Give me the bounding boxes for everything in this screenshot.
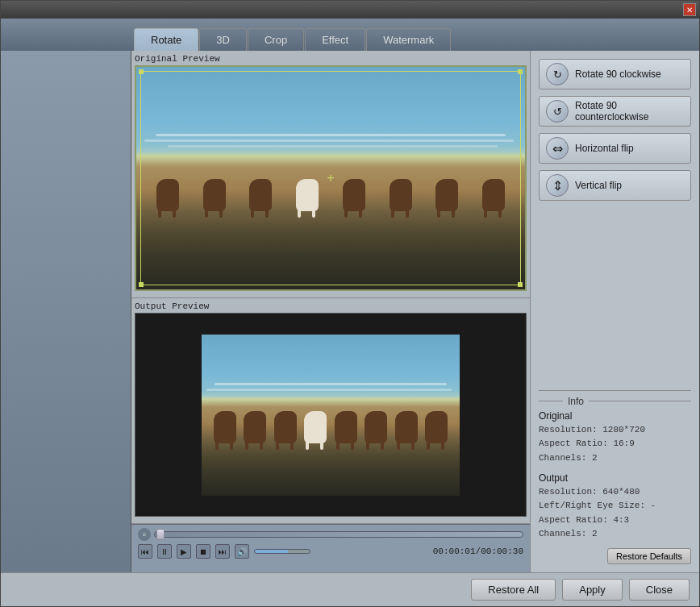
rotate-cw-button[interactable]: ↻ Rotate 90 clockwise bbox=[539, 59, 691, 89]
info-line-right bbox=[589, 401, 691, 401]
original-info-title: Original bbox=[539, 410, 691, 422]
crop-overlay: + bbox=[140, 71, 521, 285]
seek-icon: ≡ bbox=[138, 528, 151, 541]
original-info-group: Original Resolution: 1280*720 Aspect Rat… bbox=[539, 410, 691, 466]
time-total: 00:00:30 bbox=[481, 547, 523, 556]
info-title: Info bbox=[568, 396, 584, 407]
output-channels: Channels: 2 bbox=[539, 527, 691, 542]
crop-corner-br bbox=[518, 282, 523, 287]
skip-back-button[interactable]: ⏮ bbox=[138, 544, 152, 559]
out-horse-white bbox=[304, 411, 327, 443]
flip-v-button[interactable]: ⇕ Vertical flip bbox=[539, 170, 691, 201]
skip-forward-button[interactable]: ⏭ bbox=[215, 544, 230, 559]
out-horse-7 bbox=[425, 411, 448, 443]
output-info-title: Output bbox=[539, 472, 691, 484]
crop-corner-bl bbox=[139, 282, 144, 287]
info-line-left bbox=[539, 401, 563, 401]
info-section: Info Original Resolution: 1280*720 Aspec… bbox=[539, 390, 691, 564]
rotate-cw-icon: ↻ bbox=[546, 63, 569, 85]
main-content: Original Preview bbox=[1, 51, 699, 572]
center-panel: Original Preview bbox=[131, 51, 530, 572]
play-button[interactable]: ▶ bbox=[177, 544, 191, 559]
rotate-ccw-button[interactable]: ↺ Rotate 90 counterclockwise bbox=[539, 96, 691, 127]
out-horse-6 bbox=[395, 411, 418, 443]
tab-rotate[interactable]: Rotate bbox=[134, 28, 198, 51]
seek-bar[interactable] bbox=[154, 531, 523, 538]
flip-h-button[interactable]: ⇔ Horizontal flip bbox=[539, 133, 691, 164]
flip-h-icon: ⇔ bbox=[546, 137, 569, 160]
original-aspect: Aspect Ratio: 16:9 bbox=[539, 437, 691, 451]
original-preview-frame: + bbox=[135, 65, 527, 291]
tab-crop[interactable]: Crop bbox=[248, 28, 304, 51]
flip-v-label: Vertical flip bbox=[575, 180, 622, 191]
output-info-group: Output Resolution: 640*480 Left/Right Ey… bbox=[539, 472, 691, 542]
apply-button[interactable]: Apply bbox=[562, 579, 623, 601]
info-header: Info bbox=[539, 396, 691, 407]
flip-v-icon: ⇕ bbox=[546, 174, 569, 197]
title-bar: ✕ bbox=[1, 1, 699, 19]
video-controls: ≡ ⏮ ⏸ ▶ ⏹ ⏭ 🔊 00:00:01/00:00:30 bbox=[131, 524, 530, 572]
pause-button[interactable]: ⏸ bbox=[157, 544, 172, 559]
output-eye-size: Left/Right Eye Size: - bbox=[539, 499, 691, 513]
close-window-button[interactable]: ✕ bbox=[683, 3, 696, 16]
restore-defaults-container: Restore Defaults bbox=[539, 548, 691, 564]
volume-button[interactable]: 🔊 bbox=[235, 544, 249, 559]
out-horse-5 bbox=[365, 411, 387, 443]
output-preview-section: Output Preview bbox=[131, 298, 530, 524]
crop-corner-tr bbox=[518, 69, 523, 74]
output-video-area bbox=[202, 335, 460, 496]
right-panel: ↻ Rotate 90 clockwise ↺ Rotate 90 counte… bbox=[530, 51, 699, 572]
out-horse-1 bbox=[214, 411, 236, 443]
tab-bar: Rotate 3D Crop Effect Watermark bbox=[1, 19, 699, 51]
controls-row: ⏮ ⏸ ▶ ⏹ ⏭ 🔊 00:00:01/00:00:30 bbox=[138, 544, 523, 559]
original-preview-label: Original Preview bbox=[135, 54, 527, 64]
time-current: 00:00:01 bbox=[433, 547, 476, 556]
tab-3d[interactable]: 3D bbox=[199, 28, 247, 51]
sidebar bbox=[1, 51, 131, 572]
out-horse-3 bbox=[274, 411, 297, 443]
seek-bar-container: ≡ bbox=[138, 528, 523, 541]
rotate-ccw-icon: ↺ bbox=[546, 100, 569, 123]
rotate-cw-label: Rotate 90 clockwise bbox=[575, 69, 661, 80]
bottom-bar: Restore All Apply Close bbox=[1, 572, 699, 606]
rotate-ccw-label: Rotate 90 counterclockwise bbox=[575, 100, 684, 123]
volume-bar[interactable] bbox=[254, 549, 310, 554]
flip-h-label: Horizontal flip bbox=[575, 143, 634, 154]
original-preview-section: Original Preview bbox=[131, 51, 530, 298]
original-resolution: Resolution: 1280*720 bbox=[539, 423, 691, 438]
close-button[interactable]: Close bbox=[629, 579, 690, 601]
main-window: ✕ Rotate 3D Crop Effect Watermark Origin… bbox=[0, 0, 700, 607]
tab-watermark[interactable]: Watermark bbox=[366, 28, 451, 51]
output-preview-label: Output Preview bbox=[135, 301, 527, 311]
restore-defaults-button[interactable]: Restore Defaults bbox=[607, 548, 691, 564]
output-preview-frame bbox=[135, 313, 527, 517]
stop-button[interactable]: ⏹ bbox=[196, 544, 210, 559]
original-channels: Channels: 2 bbox=[539, 451, 691, 466]
seek-handle[interactable] bbox=[156, 529, 165, 540]
tab-effect[interactable]: Effect bbox=[305, 28, 365, 51]
crop-center-mark: + bbox=[327, 171, 334, 185]
output-aspect: Aspect Ratio: 4:3 bbox=[539, 513, 691, 528]
output-resolution: Resolution: 640*480 bbox=[539, 485, 691, 500]
output-horse-scene bbox=[202, 335, 460, 496]
output-horse-silhouettes bbox=[202, 391, 460, 464]
out-horse-4 bbox=[335, 411, 357, 443]
restore-all-button[interactable]: Restore All bbox=[471, 579, 556, 601]
out-horse-2 bbox=[244, 411, 266, 443]
crop-corner-tl bbox=[139, 69, 144, 74]
time-display: 00:00:01/00:00:30 bbox=[433, 547, 523, 556]
